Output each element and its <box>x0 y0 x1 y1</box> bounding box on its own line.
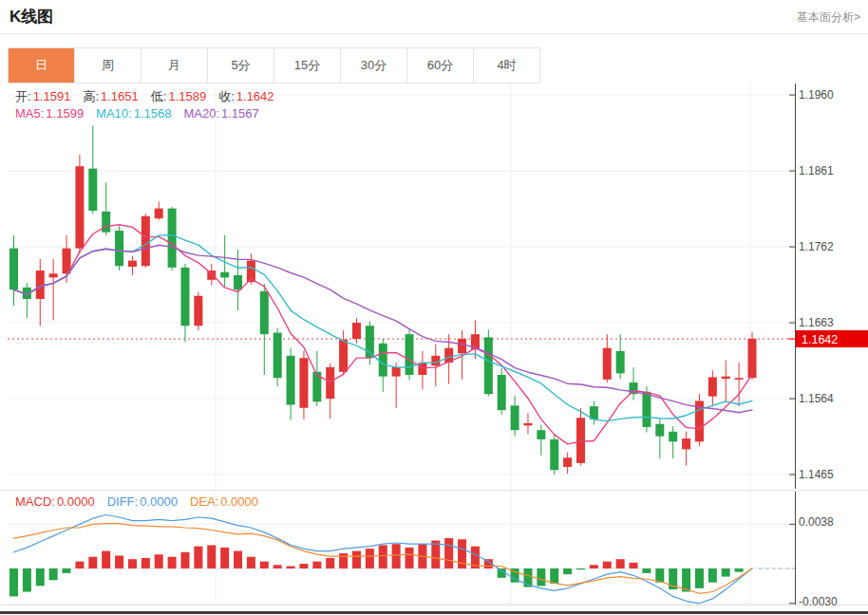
price-axis-label: 1.1564 <box>799 392 834 405</box>
candle-body <box>431 356 440 366</box>
candle-body <box>458 339 466 353</box>
price-axis-label: 1.1960 <box>799 88 834 102</box>
kline-chart-svg[interactable]: 1.19601.18611.17621.16631.15641.14650.00… <box>0 0 868 615</box>
candle-body <box>75 166 84 248</box>
candle-body <box>511 405 519 430</box>
candle-body <box>642 392 651 427</box>
macd-histogram-bar <box>326 558 334 568</box>
macd-axis-label: -0.0030 <box>799 595 838 608</box>
macd-histogram-bar <box>735 568 744 572</box>
macd-histogram-bar <box>115 555 123 568</box>
candle-body <box>563 457 572 467</box>
price-axis-label: 1.1465 <box>799 468 834 481</box>
candle-body <box>49 273 58 277</box>
candle-body <box>155 209 163 219</box>
macd-histogram-bar <box>23 568 31 592</box>
macd-histogram-bar <box>339 553 348 568</box>
candle-body <box>406 334 414 375</box>
macd-histogram-bar <box>63 568 71 573</box>
macd-histogram-bar <box>537 568 545 586</box>
macd-histogram-bar <box>102 551 110 568</box>
candle-body <box>168 209 177 268</box>
candle-body <box>352 323 361 339</box>
candle-body <box>498 375 506 410</box>
macd-histogram-bar <box>180 552 189 568</box>
candle-body <box>287 356 295 405</box>
macd-histogram-bar <box>207 545 216 568</box>
macd-histogram-bar <box>247 557 255 568</box>
candle-body <box>669 432 677 442</box>
candle-body <box>36 270 45 299</box>
macd-histogram-bar <box>616 559 625 568</box>
macd-histogram-bar <box>142 558 150 568</box>
macd-histogram-bar <box>366 549 374 568</box>
candle-body <box>708 377 717 396</box>
candle-body <box>326 367 334 399</box>
macd-histogram-bar <box>274 565 282 568</box>
macd-histogram-bar <box>708 568 717 583</box>
macd-histogram-bar <box>88 557 97 568</box>
macd-histogram-bar <box>603 562 612 568</box>
candle-body <box>523 423 532 425</box>
candle-body <box>194 296 202 326</box>
macd-histogram-bar <box>168 557 177 568</box>
macd-histogram-bar <box>642 568 651 573</box>
candle-body <box>220 272 229 278</box>
macd-histogram-bar <box>128 559 137 568</box>
macd-histogram-bar <box>287 567 295 568</box>
candle-body <box>576 418 585 463</box>
candle-body <box>180 268 189 326</box>
macd-histogram-bar <box>590 565 598 568</box>
candle-body <box>299 358 308 408</box>
candle-body <box>234 275 242 289</box>
candle-body <box>722 377 730 379</box>
current-price-badge-label: 1.1642 <box>802 333 838 346</box>
macd-histogram-bar <box>260 562 269 568</box>
macd-histogram-bar <box>352 551 361 568</box>
candle-body <box>484 337 493 394</box>
macd-histogram-bar <box>234 551 242 568</box>
price-axis-label: 1.1663 <box>799 316 834 329</box>
candle-body <box>102 212 110 233</box>
candle-body <box>616 351 625 373</box>
macd-histogram-bar <box>563 568 572 574</box>
macd-histogram-bar <box>630 563 638 568</box>
macd-histogram-bar <box>220 548 229 568</box>
macd-histogram-bar <box>550 568 558 584</box>
macd-histogram-bar <box>379 545 387 568</box>
macd-histogram-bar <box>576 568 585 569</box>
bottom-border-bar <box>0 611 868 614</box>
candle-body <box>9 249 18 290</box>
candle-body <box>260 291 269 334</box>
macd-histogram-bar <box>444 538 453 568</box>
candle-body <box>88 169 97 211</box>
candle-body <box>537 430 545 439</box>
candle-body <box>115 231 123 266</box>
ma5-line <box>14 225 753 444</box>
candle-body <box>392 367 401 377</box>
macd-histogram-bar <box>9 568 18 596</box>
macd-histogram-bar <box>75 562 84 568</box>
candle-body <box>379 344 387 377</box>
candle-body <box>655 424 664 437</box>
candle-body <box>339 340 348 372</box>
macd-histogram-bar <box>194 547 202 568</box>
macd-axis-label: 0.0038 <box>799 515 834 529</box>
macd-histogram-bar <box>36 568 45 586</box>
macd-histogram-bar <box>722 568 730 577</box>
kline-page: K线图 基本面分析> 日周月5分15分30分60分4时 1.19601.1861… <box>0 0 868 615</box>
macd-histogram-bar <box>695 568 704 588</box>
candle-body <box>128 261 137 267</box>
candle-body <box>748 339 757 378</box>
candle-body <box>682 438 690 449</box>
macd-histogram-bar <box>406 548 414 568</box>
macd-histogram-bar <box>392 544 401 568</box>
macd-histogram-bar <box>299 564 308 568</box>
price-axis-label: 1.1762 <box>799 240 834 253</box>
macd-histogram-bar <box>155 554 163 568</box>
candle-body <box>550 439 558 470</box>
candle-body <box>274 333 282 379</box>
candle-body <box>735 378 744 380</box>
candle-body <box>142 216 150 267</box>
macd-histogram-bar <box>312 562 321 568</box>
